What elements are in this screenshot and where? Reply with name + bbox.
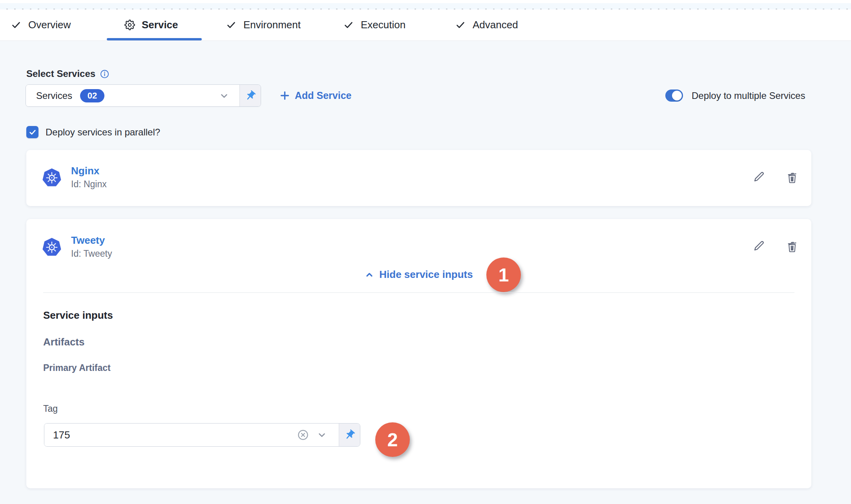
deploy-multiple-toggle[interactable] [665, 89, 683, 102]
delete-service-button[interactable] [785, 240, 799, 253]
pin-icon [344, 429, 355, 441]
service-id: Id: Tweety [71, 248, 112, 259]
canvas-dotted-edge [0, 3, 851, 9]
check-icon [11, 20, 22, 30]
edit-service-button[interactable] [752, 239, 766, 253]
parallel-checkbox[interactable] [26, 126, 38, 138]
tab-overview[interactable]: Overview [11, 9, 71, 40]
check-icon [226, 20, 237, 30]
services-dropdown-main[interactable]: Services 02 [26, 85, 240, 106]
service-inputs-heading: Service inputs [43, 309, 113, 321]
service-name-link[interactable]: Nginx [71, 165, 99, 177]
tab-environment[interactable]: Environment [226, 9, 301, 40]
check-icon [30, 130, 35, 134]
tag-input-main [44, 424, 339, 446]
pin-icon [245, 89, 256, 101]
info-icon[interactable] [100, 69, 109, 79]
select-services-text: Select Services [26, 68, 95, 79]
select-services-label: Select Services [26, 68, 109, 79]
service-id: Id: Nginx [71, 179, 107, 190]
hide-service-inputs-link[interactable]: Hide service inputs [26, 268, 811, 281]
deploy-multiple-toggle-row: Deploy to multiple Services [665, 89, 805, 102]
kubernetes-icon [42, 168, 61, 188]
gear-icon [124, 20, 135, 30]
check-icon [455, 20, 466, 30]
primary-artifact-label: Primary Artifact [43, 363, 111, 373]
delete-service-button[interactable] [785, 171, 799, 184]
divider [43, 292, 794, 293]
chevron-down-icon[interactable] [219, 91, 229, 101]
add-service-label: Add Service [295, 90, 352, 101]
tab-service[interactable]: Service [124, 9, 178, 40]
trash-icon [786, 240, 798, 253]
services-dropdown[interactable]: Services 02 [26, 84, 261, 107]
kubernetes-icon [42, 237, 61, 257]
parallel-checkbox-label: Deploy services in parallel? [46, 127, 160, 138]
clear-icon[interactable] [297, 429, 309, 441]
services-count-badge: 02 [80, 89, 104, 102]
trash-icon [786, 171, 798, 184]
service-card-nginx: Nginx Id: Nginx [26, 150, 811, 206]
plus-icon [279, 90, 290, 101]
toggle-knob [672, 91, 682, 100]
tab-label: Service [142, 19, 178, 31]
chevron-up-icon [365, 270, 374, 279]
annotation-badge-1: 1 [486, 257, 521, 292]
add-service-button[interactable]: Add Service [279, 84, 352, 107]
tag-input[interactable] [44, 424, 297, 446]
stage-tabbar: Overview Service Environment Execution A… [0, 9, 851, 41]
check-icon [343, 20, 354, 30]
parallel-checkbox-row: Deploy services in parallel? [26, 126, 160, 138]
pencil-icon [753, 240, 765, 252]
tag-label: Tag [43, 404, 58, 414]
chevron-down-icon[interactable] [317, 430, 327, 440]
tab-label: Overview [28, 19, 71, 31]
service-name-link[interactable]: Tweety [71, 234, 105, 247]
tab-advanced[interactable]: Advanced [455, 9, 518, 40]
tab-execution[interactable]: Execution [343, 9, 405, 40]
tab-label: Environment [243, 19, 301, 31]
pin-runtime-input-button[interactable] [240, 85, 261, 106]
hide-service-inputs-label: Hide service inputs [379, 268, 473, 281]
services-dropdown-value: Services [36, 90, 72, 101]
pin-runtime-input-button[interactable] [339, 424, 360, 446]
service-tab-content: Select Services Services 02 Add Service … [0, 41, 851, 504]
pencil-icon [753, 171, 765, 183]
deploy-multiple-label: Deploy to multiple Services [692, 90, 805, 101]
artifacts-heading: Artifacts [43, 336, 84, 348]
service-card-tweety: Tweety Id: Tweety Hide service inputs 1 … [26, 219, 811, 488]
annotation-badge-2: 2 [375, 422, 410, 457]
active-tab-underline [107, 38, 202, 40]
tag-input-group [44, 423, 360, 447]
tab-label: Advanced [473, 19, 518, 31]
edit-service-button[interactable] [752, 170, 766, 184]
tab-label: Execution [361, 19, 405, 31]
